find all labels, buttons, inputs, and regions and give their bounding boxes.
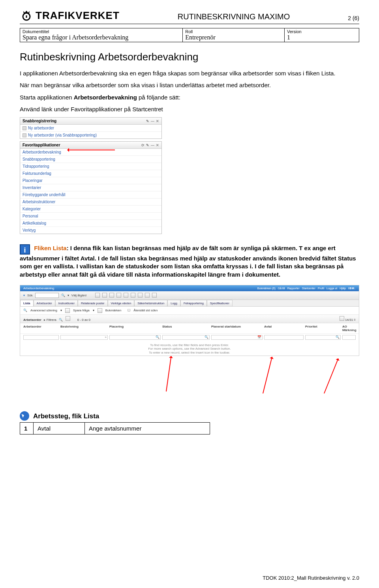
bookmark-icon[interactable]: [98, 308, 102, 313]
fav-title: Favoritapplikationer: [23, 143, 60, 147]
top-link-2[interactable]: Rapporter: [287, 287, 300, 290]
maximo-column-headers: Arbetsorder Beskrivning Placering Status…: [20, 323, 359, 334]
top-link-1[interactable]: Gå till: [278, 287, 285, 290]
toolbar-btn-5[interactable]: [124, 293, 128, 298]
fav-row-6-label: Förebyggande underhåll: [23, 193, 65, 197]
toolbar-btn-6[interactable]: [131, 293, 135, 298]
step-1-num: 1: [20, 422, 34, 434]
fav-row-10[interactable]: Artikelkatalog: [20, 220, 161, 227]
top-link-4[interactable]: Profil: [318, 287, 324, 290]
fav-row-5[interactable]: Inventarier: [20, 184, 161, 191]
toolbar-btn-1[interactable]: [95, 293, 100, 298]
col-avtal[interactable]: Avtal: [264, 325, 304, 332]
info-icon: i: [20, 244, 30, 255]
tab-spec[interactable]: Specifikationer: [207, 300, 233, 306]
snabbregistrering-panel: Snabbregistrering ✎ — ✕ Ny arbetsorder N…: [20, 117, 162, 139]
save-icon[interactable]: [65, 308, 70, 313]
col-prioritet[interactable]: Prioritet: [305, 325, 341, 332]
filter-label[interactable]: Filtrera: [47, 318, 56, 322]
snabb-row-1[interactable]: Ny arbetsorder (via Snabbrapportering): [20, 132, 161, 139]
top-link-6[interactable]: Hjälp: [340, 287, 346, 290]
col-planerat[interactable]: Planerat startdatum: [211, 325, 263, 332]
download-icon[interactable]: [340, 316, 344, 321]
p2c: på följande sätt:: [137, 94, 180, 101]
fav-head-icons: ⟳ ✎ — ✕: [141, 143, 159, 147]
action-dropdown[interactable]: Välj åtgärd: [71, 294, 86, 297]
fav-row-0[interactable]: Arbetsorderbevakning: [20, 149, 161, 156]
tab-instruktioner[interactable]: Instruktioner: [55, 300, 78, 306]
doc-icon: [23, 133, 26, 137]
tab-sakerhet[interactable]: Säkerhetsinstruktion: [134, 300, 167, 306]
meta-title-value: Spara egna frågor i Arbetsorderbevakning: [23, 34, 180, 41]
tab-arbetsorder[interactable]: Arbetsorder: [34, 300, 55, 306]
fav-row-7[interactable]: Arbetsinstruktioner: [20, 198, 161, 206]
snabb-head-icons: ✎ — ✕: [146, 119, 159, 123]
filter-planerat[interactable]: 📅: [211, 335, 263, 340]
fav-row-8[interactable]: Kategorier: [20, 206, 161, 213]
fav-row-9-label: Personal: [23, 214, 38, 218]
save-query[interactable]: Spara fråga: [73, 309, 90, 312]
tab-lista[interactable]: Lista: [20, 300, 34, 306]
filter-arbetsorder[interactable]: [23, 335, 59, 340]
toolbar-btn-4[interactable]: [116, 293, 121, 298]
col-arbetsorder[interactable]: Arbetsorder: [23, 325, 59, 332]
search-icon[interactable]: 🔍: [59, 318, 63, 322]
tab-logg[interactable]: Logg: [167, 300, 180, 306]
close-icon[interactable]: ✕: [156, 119, 159, 123]
meta-title-label: Dokumenttitel: [23, 29, 180, 34]
filter-beskrivning[interactable]: »: [60, 335, 108, 340]
col-beskrivning[interactable]: Beskrivning: [60, 325, 108, 332]
close-icon[interactable]: ✕: [156, 143, 159, 147]
toolbar-btn-9[interactable]: [152, 293, 157, 298]
tab-felrapport[interactable]: Felrapportering: [180, 300, 207, 306]
calendar-icon: 📅: [257, 335, 261, 339]
filter-avtal[interactable]: [264, 335, 304, 340]
col-markning[interactable]: AO Märkning: [342, 325, 356, 332]
fav-row-8-label: Kategorier: [23, 207, 41, 211]
filter-markning[interactable]: [342, 335, 356, 340]
reset-filter[interactable]: Återställ std sökn: [133, 309, 158, 312]
minimize-icon[interactable]: —: [151, 143, 154, 147]
toolbar-btn-8[interactable]: [145, 293, 150, 298]
filter-status[interactable]: 🔍: [162, 335, 210, 340]
grid-icon[interactable]: [66, 316, 70, 321]
fav-row-3[interactable]: Fakturaunderlag: [20, 170, 161, 177]
filter-prioritet[interactable]: 🔍: [305, 335, 341, 340]
fav-row-4[interactable]: Placeringar: [20, 177, 161, 184]
edit-icon[interactable]: ✎: [146, 143, 149, 147]
red-arrow-1-icon: [166, 356, 172, 391]
bookmarks[interactable]: Bokmärken: [105, 309, 121, 312]
p2a: Starta applikationen: [20, 94, 74, 101]
top-link-3[interactable]: Startcenter: [302, 287, 315, 290]
toolbar-btn-3[interactable]: [109, 293, 114, 298]
filter-placering[interactable]: 🔍: [109, 335, 161, 340]
top-link-5[interactable]: Logga ut: [326, 287, 337, 290]
fav-row-6[interactable]: Förebyggande underhåll: [20, 191, 161, 198]
tab-relaterade[interactable]: Relaterade poster: [78, 300, 108, 306]
fav-row-2-label: Tidrapportering: [23, 164, 49, 169]
edit-icon[interactable]: ✎: [146, 119, 149, 123]
col-status[interactable]: Status: [162, 325, 210, 332]
search-icon[interactable]: 🔍: [61, 294, 65, 297]
adv-search[interactable]: Avancerad sökning: [30, 309, 57, 312]
doc-icon: [23, 126, 26, 130]
minimize-icon[interactable]: —: [151, 119, 154, 123]
fav-row-1-label: Snabbrapportering: [23, 157, 55, 161]
top-link-0[interactable]: Bokmärken (0): [257, 287, 276, 290]
col-placering[interactable]: Placering: [109, 325, 161, 332]
fav-row-2[interactable]: Tidrapportering: [20, 163, 161, 170]
fav-row-1[interactable]: Snabbrapportering: [20, 156, 161, 163]
snabb-row-0[interactable]: Ny arbetsorder: [20, 125, 161, 132]
fav-row-11[interactable]: Verktyg: [20, 227, 161, 234]
search-input[interactable]: [35, 293, 59, 298]
tab-verkliga[interactable]: Verkliga värden: [108, 300, 135, 306]
brand-logo: TRAFIKVERKET: [20, 9, 120, 22]
meta-version-label: Version: [287, 29, 356, 34]
fav-row-9[interactable]: Personal: [20, 213, 161, 220]
toolbar-btn-2[interactable]: [102, 293, 107, 298]
maximo-tabs: Lista Arbetsorder Instruktioner Relatera…: [20, 300, 359, 307]
search-icon[interactable]: 🔍: [23, 309, 27, 312]
toolbar-btn-7[interactable]: [138, 293, 143, 298]
refresh-icon[interactable]: ⟳: [141, 143, 144, 147]
crown-wheel-icon: [20, 9, 33, 22]
